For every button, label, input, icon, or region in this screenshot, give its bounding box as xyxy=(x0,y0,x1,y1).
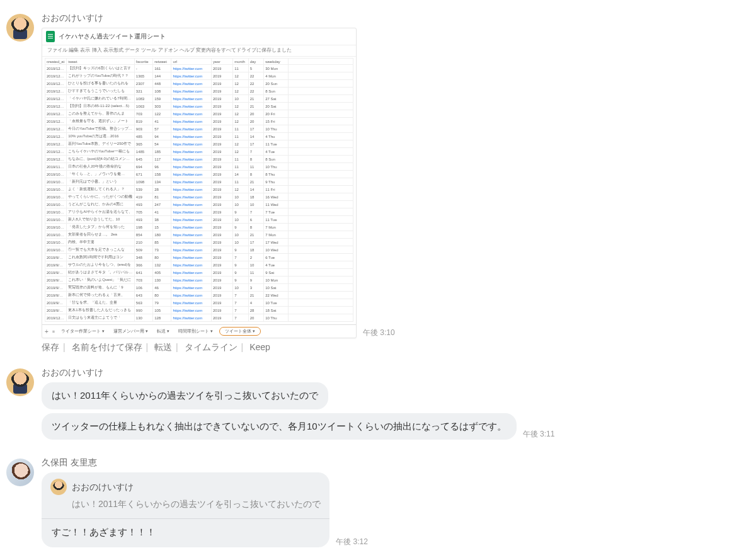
attachment-actions: 保存| 名前を付けて保存| 転送| タイムライン| Keep xyxy=(42,342,750,353)
quoted-reply-bubble[interactable]: おおのけいすけ はい！2011年くらいからの過去ツイを引っこ抜いておいたので す… xyxy=(42,472,329,547)
hamburger-icon[interactable]: ≡ xyxy=(52,329,55,334)
avatar-kei[interactable] xyxy=(6,368,34,396)
sender-name: おおのけいすけ xyxy=(42,367,750,379)
spreadsheet-title: イケハヤさん過去ツイート運用シート xyxy=(59,32,166,41)
reply-text: すご！！あざます！！！ xyxy=(42,519,329,547)
message-group-1: おおのけいすけ イケハヤさん過去ツイート運用シート ファイル 編集 表示 挿入 … xyxy=(6,13,750,353)
sheet-tab-4[interactable]: 時間帯別シート ▾ xyxy=(176,328,215,335)
sender-name: 久保田 友里恵 xyxy=(42,457,750,469)
sheet-tab-5[interactable]: ツイート全体 ▾ xyxy=(219,327,261,336)
sheet-tab-1[interactable]: ライター作業シート ▾ xyxy=(59,328,107,335)
action-forward[interactable]: 転送 xyxy=(154,342,172,352)
message-group-3: 久保田 友里恵 おおのけいすけ はい！2011年くらいからの過去ツイを引っこ抜い… xyxy=(6,457,750,551)
sheet-tab-2[interactable]: 運営メンバー用 ▾ xyxy=(111,328,151,335)
action-save-as[interactable]: 名前を付けて保存 xyxy=(72,342,142,352)
quote-sender: おおのけいすけ xyxy=(72,481,134,494)
spreadsheet-menu: ファイル 編集 表示 挿入 表示形式 データ ツール アドオン ヘルプ 変更内容… xyxy=(42,45,356,57)
message-bubble[interactable]: ツイッターの仕様上もれなく抽出はできていないので、各月10ツイートくらいの抽出に… xyxy=(42,413,517,440)
action-timeline[interactable]: タイムライン xyxy=(185,342,238,352)
action-keep[interactable]: Keep xyxy=(249,342,270,352)
image-attachment[interactable]: イケハヤさん過去ツイート運用シート ファイル 編集 表示 挿入 表示形式 データ… xyxy=(42,28,357,338)
spreadsheet-table: created_attweetfavoriteretweeturlyearmon… xyxy=(45,58,353,322)
sheets-icon xyxy=(46,31,55,42)
message-bubble[interactable]: はい！2011年くらいからの過去ツイを引っこ抜いておいたので xyxy=(42,382,328,409)
message-group-2: おおのけいすけ はい！2011年くらいからの過去ツイを引っこ抜いておいたので ツ… xyxy=(6,367,750,443)
sheet-tab-3[interactable]: 転送 ▾ xyxy=(154,328,172,335)
timestamp: 午後 3:11 xyxy=(523,429,555,440)
avatar-yuri[interactable] xyxy=(6,459,34,486)
quote-avatar-icon xyxy=(50,479,67,495)
timestamp: 午後 3:10 xyxy=(363,328,395,338)
quote-body: はい！2011年くらいからの過去ツイを引っこ抜いておいたので xyxy=(42,498,329,516)
sender-name: おおのけいすけ xyxy=(42,13,750,24)
timestamp: 午後 3:12 xyxy=(336,537,368,547)
spreadsheet-header: イケハヤさん過去ツイート運用シート xyxy=(42,28,356,45)
avatar-kei[interactable] xyxy=(6,14,34,42)
add-sheet-icon[interactable]: + xyxy=(45,328,49,335)
spreadsheet-tabs: + ≡ ライター作業シート ▾ 運営メンバー用 ▾ 転送 ▾ 時間帯別シート ▾… xyxy=(42,324,356,338)
action-save[interactable]: 保存 xyxy=(42,342,59,352)
